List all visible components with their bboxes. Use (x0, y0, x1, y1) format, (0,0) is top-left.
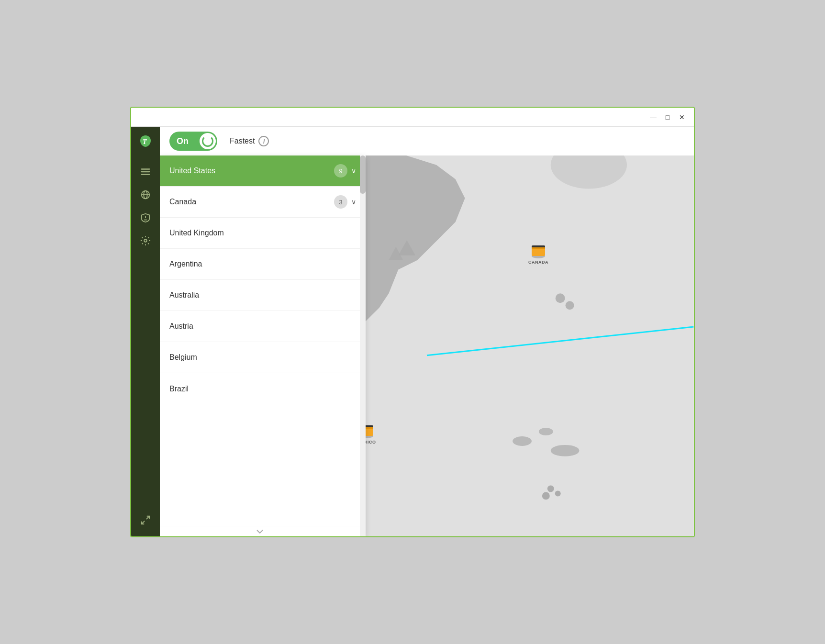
country-item-us[interactable]: United States 9 ∨ (160, 155, 366, 187)
country-label-canada: Canada (169, 198, 196, 206)
app-window: — □ ✕ T (130, 107, 695, 537)
sidebar-menu-button[interactable] (136, 162, 155, 181)
sidebar-notifications-button[interactable] (136, 208, 155, 227)
country-label-australia: Australia (169, 291, 199, 300)
country-dropdown: United States 9 ∨ Canada 3 ∨ Uni (160, 155, 366, 536)
country-label-brazil: Brazil (169, 385, 189, 393)
canada-item-right: 3 ∨ (334, 195, 356, 209)
sidebar-globe-button[interactable] (136, 185, 155, 204)
country-item-canada[interactable]: Canada 3 ∨ (160, 187, 366, 218)
country-item-austria[interactable]: Austria (160, 311, 366, 342)
canada-server-badge: 3 (334, 195, 347, 209)
country-label-us: United States (169, 167, 215, 175)
maximize-button[interactable]: □ (660, 110, 675, 124)
country-item-australia[interactable]: Australia (160, 280, 366, 311)
sidebar-resize-button[interactable] (136, 511, 155, 530)
svg-point-32 (566, 301, 574, 310)
scroll-down-icon (256, 530, 263, 533)
country-item-argentina[interactable]: Argentina (160, 249, 366, 280)
toggle-container: On (169, 132, 217, 151)
fastest-section: Fastest i (230, 136, 269, 146)
vpn-toggle[interactable]: On (169, 132, 217, 151)
minimize-button[interactable]: — (646, 110, 660, 124)
fastest-label: Fastest (230, 137, 255, 145)
svg-point-30 (542, 492, 550, 500)
titlebar: — □ ✕ (131, 108, 694, 127)
svg-point-29 (555, 490, 561, 496)
svg-text:T: T (143, 138, 147, 145)
toggle-label: On (177, 136, 189, 146)
app-logo[interactable]: T (136, 132, 155, 151)
scroll-down-indicator[interactable] (160, 526, 360, 536)
us-server-badge: 9 (334, 164, 347, 178)
country-label-argentina: Argentina (169, 260, 202, 268)
country-item-uk[interactable]: United Kingdom (160, 218, 366, 249)
us-chevron-icon: ∨ (351, 167, 356, 175)
canada-chevron-icon: ∨ (351, 198, 356, 206)
app-body: T (131, 127, 694, 536)
country-label-belgium: Belgium (169, 353, 197, 362)
close-button[interactable]: ✕ (675, 110, 689, 124)
info-icon[interactable]: i (258, 136, 269, 146)
toggle-knob (200, 133, 216, 149)
svg-point-9 (144, 239, 147, 242)
main-content: CANADA MEXICO On (160, 127, 694, 536)
country-item-belgium[interactable]: Belgium (160, 342, 366, 373)
country-label-uk: United Kingdom (169, 229, 224, 237)
svg-line-11 (142, 521, 145, 524)
top-panel: On Fastest i (160, 127, 694, 155)
sidebar: T (131, 127, 160, 536)
country-label-austria: Austria (169, 322, 193, 331)
svg-point-31 (556, 293, 565, 303)
sidebar-bottom (136, 509, 155, 532)
svg-point-15 (551, 445, 580, 456)
svg-point-28 (547, 485, 554, 492)
us-item-right: 9 ∨ (334, 164, 356, 178)
svg-line-10 (146, 516, 149, 519)
svg-point-14 (539, 428, 553, 435)
svg-point-13 (513, 436, 532, 446)
sidebar-settings-button[interactable] (136, 231, 155, 250)
country-item-brazil[interactable]: Brazil (160, 373, 366, 404)
toggle-knob-spinner (202, 135, 213, 147)
